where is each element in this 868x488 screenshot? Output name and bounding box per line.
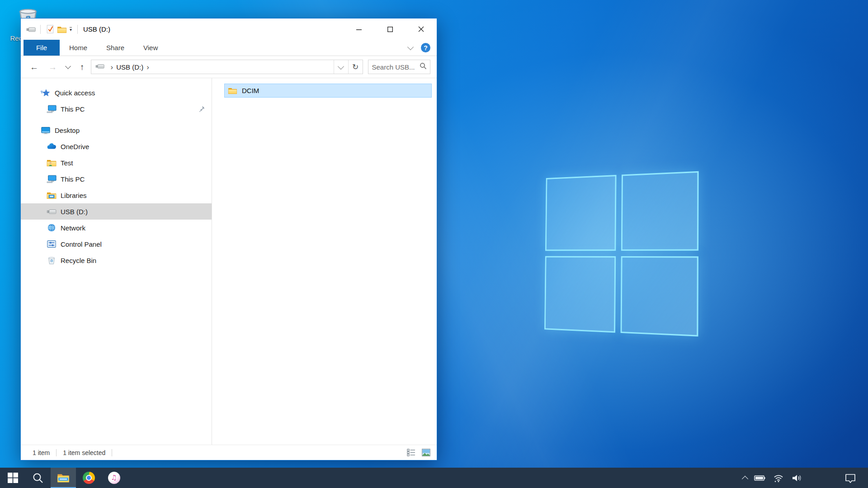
sidebar-item-network[interactable]: Network: [21, 220, 212, 236]
sidebar-item-label: Libraries: [61, 192, 87, 199]
large-icons-view-icon[interactable]: [422, 449, 430, 456]
file-item-dcim[interactable]: DCIM: [224, 84, 432, 98]
tab-view[interactable]: View: [134, 40, 167, 56]
volume-icon[interactable]: [791, 473, 803, 483]
selection-count: 1 item selected: [63, 449, 105, 456]
maximize-button[interactable]: [374, 19, 406, 40]
window-title: USB (D:): [83, 25, 110, 33]
file-list-pane[interactable]: DCIM: [212, 78, 437, 445]
search-icon: [32, 472, 44, 484]
sidebar-item-quick-access[interactable]: Quick access: [21, 84, 212, 101]
window-body: Quick access This PC Desktop OneDrive Te…: [21, 78, 437, 445]
system-tray: [743, 468, 856, 488]
refresh-button[interactable]: ↻: [349, 60, 363, 74]
recent-locations-chevron-icon[interactable]: [65, 63, 71, 69]
sidebar-item-usb-d[interactable]: USB (D:): [21, 203, 212, 220]
hidden-icons-chevron[interactable]: [742, 475, 748, 482]
onedrive-cloud-icon: [47, 142, 57, 151]
sidebar-item-label: Network: [61, 224, 85, 232]
file-explorer-icon: [57, 473, 70, 483]
help-icon[interactable]: ?: [421, 43, 430, 52]
minimize-icon: [356, 27, 362, 32]
logo-pane: [545, 175, 616, 251]
sidebar-item-test[interactable]: Test: [21, 155, 212, 171]
windows-logo-icon: [7, 472, 19, 483]
maximize-icon: [387, 27, 393, 32]
sidebar-item-label: USB (D:): [61, 208, 88, 216]
sidebar-item-label: OneDrive: [61, 143, 89, 150]
forward-button[interactable]: →: [48, 63, 57, 71]
item-count: 1 item: [33, 449, 50, 456]
desktop-icon: [41, 126, 51, 135]
sidebar-item-label: Quick access: [55, 89, 95, 97]
star-icon: [41, 88, 51, 97]
status-bar: 1 item 1 item selected: [21, 445, 437, 460]
action-center-icon[interactable]: [844, 473, 856, 483]
taskbar-file-explorer-button[interactable]: [51, 468, 76, 488]
search-box[interactable]: [368, 60, 430, 74]
minimize-button[interactable]: [343, 19, 374, 40]
breadcrumb-chevron-icon[interactable]: ›: [111, 63, 113, 71]
separator: [112, 449, 112, 456]
start-button[interactable]: [0, 468, 25, 488]
sidebar-item-onedrive[interactable]: OneDrive: [21, 138, 212, 155]
breadcrumb-drive[interactable]: USB (D:): [116, 63, 143, 71]
separator: [56, 449, 57, 456]
file-item-name: DCIM: [242, 87, 259, 94]
wifi-icon[interactable]: [773, 473, 784, 483]
tab-home[interactable]: Home: [60, 40, 97, 56]
navigation-bar: ← → ↑ › USB (D:) › ↻: [21, 56, 437, 78]
chrome-icon: [83, 472, 95, 484]
tab-file[interactable]: File: [24, 40, 60, 56]
control-panel-icon: [47, 239, 57, 249]
sidebar-item-label: This PC: [61, 105, 85, 113]
sidebar-item-this-pc-pinned[interactable]: This PC: [21, 101, 212, 117]
details-view-icon[interactable]: [407, 449, 415, 456]
sidebar-item-desktop[interactable]: Desktop: [21, 122, 212, 138]
address-history-dropdown[interactable]: [334, 60, 348, 74]
sidebar-item-control-panel[interactable]: Control Panel: [21, 236, 212, 252]
close-icon: [418, 26, 424, 32]
up-button[interactable]: ↑: [80, 63, 85, 71]
taskbar-search-button[interactable]: [25, 468, 51, 488]
taskbar: ♫: [0, 468, 868, 488]
chevron-down-icon: [338, 63, 344, 69]
expand-ribbon-chevron-icon[interactable]: [407, 43, 414, 50]
new-folder-icon[interactable]: [56, 19, 68, 40]
ribbon-tools: ?: [408, 40, 430, 56]
recycle-bin-icon: [47, 256, 57, 265]
file-explorer-window: ▾ USB (D:) File Home Share View ? ←: [20, 18, 437, 460]
tab-share[interactable]: Share: [97, 40, 134, 56]
sidebar-item-recycle-bin[interactable]: Recycle Bin: [21, 252, 212, 268]
logo-pane: [544, 256, 616, 333]
title-bar[interactable]: ▾ USB (D:): [21, 19, 437, 40]
sidebar-item-label: Test: [61, 159, 73, 167]
battery-icon[interactable]: [754, 473, 766, 483]
logo-pane: [621, 256, 698, 337]
back-button[interactable]: ←: [30, 63, 38, 71]
breadcrumb-chevron-icon[interactable]: ›: [146, 63, 149, 71]
close-button[interactable]: [406, 19, 437, 40]
sidebar-item-libraries[interactable]: Libraries: [21, 187, 212, 203]
sidebar-item-label: Control Panel: [61, 240, 102, 248]
search-icon[interactable]: [420, 62, 427, 71]
view-toggle-buttons: [407, 449, 430, 456]
separator: [40, 25, 41, 34]
taskbar-chrome-button[interactable]: [76, 468, 101, 488]
sidebar-item-label: Recycle Bin: [61, 257, 96, 264]
quick-access-toolbar: ▾ USB (D:): [21, 19, 110, 40]
ribbon-tabs: File Home Share View ?: [21, 40, 437, 56]
user-folder-icon: [47, 158, 57, 167]
properties-check-icon[interactable]: [44, 19, 56, 40]
taskbar-itunes-button[interactable]: ♫: [101, 468, 127, 488]
usb-drive-icon: [95, 62, 105, 72]
address-bar[interactable]: › USB (D:) › ↻: [91, 60, 363, 74]
itunes-icon: ♫: [108, 472, 120, 484]
address-bar-controls: ↻: [334, 60, 363, 74]
tree-group-gap: [21, 117, 212, 122]
search-input[interactable]: [368, 63, 420, 71]
network-globe-icon: [47, 223, 57, 232]
sidebar-item-this-pc[interactable]: This PC: [21, 171, 212, 187]
monitor-icon: [47, 174, 57, 183]
customize-qat-dropdown-icon[interactable]: ▾: [70, 27, 72, 32]
